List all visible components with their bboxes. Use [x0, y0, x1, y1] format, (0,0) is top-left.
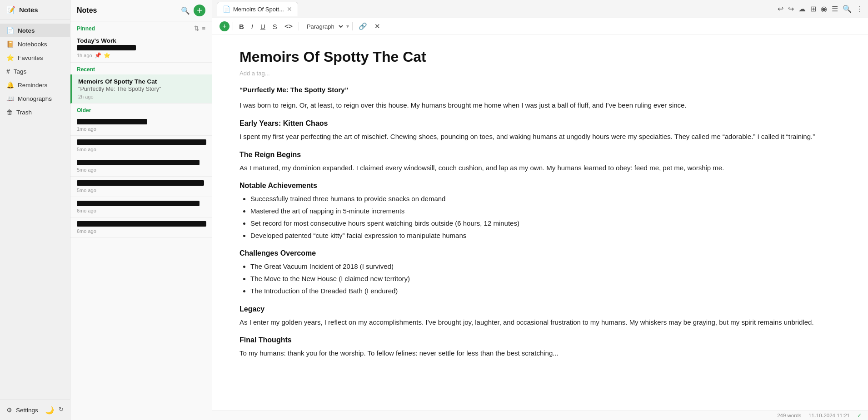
top-bar-right: ↩ ↪ ☁ ⊞ ◉ ☰ 🔍 ⋮ [778, 5, 863, 13]
link-button[interactable]: 🔗 [356, 21, 370, 32]
toolbar-divider-1 [233, 22, 233, 30]
sort-icon[interactable]: ⇅ [194, 25, 199, 32]
search-button[interactable]: 🔍 [843, 5, 852, 13]
achievement-2: Mastered the art of napping in 5-minute … [250, 206, 841, 217]
sidebar-label-monographs: Monographs [18, 95, 52, 102]
older-note-3-meta: 5mo ago [77, 167, 205, 173]
sync-icon[interactable]: ↻ [59, 406, 64, 415]
toolbar-add-button[interactable]: + [219, 21, 229, 31]
notes-icon: 📄 [6, 27, 14, 34]
section-heading-4: Challenges Overcome [239, 249, 841, 257]
columns-button[interactable]: ⊞ [810, 5, 816, 13]
older-note-1[interactable]: 1mo ago [70, 115, 212, 136]
search-notes-button[interactable]: 🔍 [181, 6, 190, 15]
sidebar-item-favorites[interactable]: ⭐ Favorites [0, 51, 70, 64]
list-button[interactable]: ☰ [832, 5, 838, 13]
more-button[interactable]: ⋮ [856, 5, 863, 13]
toolbar-divider-2 [299, 22, 299, 30]
older-note-1-meta: 1mo ago [77, 126, 205, 132]
section-heading-1: Early Years: Kitten Chaos [239, 119, 841, 128]
redo-button[interactable]: ↪ [788, 5, 794, 13]
achievements-list: Successfully trained three humans to pro… [250, 193, 841, 241]
note-list-header: Notes 🔍 + [70, 0, 212, 21]
sidebar-item-trash[interactable]: 🗑 Trash [0, 105, 70, 119]
app-title-label: Notes [19, 6, 38, 14]
achievement-1: Successfully trained three humans to pro… [250, 193, 841, 205]
older-note-1-bar [77, 119, 147, 124]
achievement-4: Developed patented “cute kitty” facial e… [250, 230, 841, 242]
achievement-3: Set record for most consecutive hours sp… [250, 218, 841, 229]
sidebar-item-monographs[interactable]: 📖 Monographs [0, 92, 70, 105]
tags-icon: # [6, 68, 10, 75]
pinned-note-item[interactable]: Today's Work 1h ago 📌 ⭐ [70, 34, 212, 63]
section-body-1: I spent my first year perfecting the art… [239, 131, 841, 143]
editor-content[interactable]: Memoirs Of Spotty The Cat Add a tag... “… [212, 35, 868, 410]
undo-button[interactable]: ↩ [778, 5, 783, 13]
active-tab[interactable]: 📄 Memoirs Of Spott... ✕ [217, 2, 298, 16]
older-note-5[interactable]: 6mo ago [70, 197, 212, 217]
italic-button[interactable]: I [249, 21, 256, 32]
new-note-button[interactable]: + [194, 5, 205, 16]
sidebar-label-notebooks: Notebooks [18, 41, 47, 48]
paragraph-select[interactable]: Paragraph Heading 1 Heading 2 Heading 3 [302, 22, 344, 31]
recent-note-title: Memoirs Of Spotty The Cat [78, 78, 205, 85]
clear-format-button[interactable]: ✕ [372, 21, 383, 32]
strikethrough-button[interactable]: S [270, 21, 280, 32]
tag-placeholder[interactable]: Add a tag... [239, 70, 841, 77]
older-note-2[interactable]: 5mo ago [70, 136, 212, 156]
notes-scroll-area: Pinned ⇅ ≡ Today's Work 1h ago 📌 ⭐ Recen… [70, 21, 212, 420]
pinned-note-title: Today's Work [77, 37, 205, 44]
settings-label: Settings [16, 407, 38, 414]
sidebar-item-tags[interactable]: # Tags [0, 64, 70, 78]
word-count: 249 words [777, 413, 801, 418]
older-note-6[interactable]: 6mo ago [70, 217, 212, 238]
sidebar-footer: ⚙ Settings 🌙 ↻ [0, 400, 70, 420]
sidebar-label-trash: Trash [16, 109, 32, 116]
view-icon[interactable]: ≡ [202, 25, 205, 32]
note-list-actions: 🔍 + [181, 5, 205, 16]
top-bar: 📄 Memoirs Of Spott... ✕ ↩ ↪ ☁ ⊞ ◉ ☰ 🔍 ⋮ [212, 0, 868, 18]
older-note-6-bar [77, 221, 206, 227]
sidebar-item-notebooks[interactable]: 📔 Notebooks [0, 37, 70, 51]
paragraph-dropdown-arrow: ▾ [346, 23, 349, 30]
cloud-button[interactable]: ☁ [798, 5, 806, 13]
bold-button[interactable]: B [236, 21, 247, 32]
tab-close-button[interactable]: ✕ [287, 6, 292, 12]
pinned-note-meta: 1h ago 📌 ⭐ [77, 52, 205, 59]
document-title: Memoirs Of Spotty The Cat [239, 49, 841, 65]
older-note-5-bar [77, 201, 200, 206]
challenge-1: The Great Vacuum Incident of 2018 (I sur… [250, 261, 841, 272]
recent-note-preview: "Purrfectly Me: The Spotty Story" [78, 86, 205, 92]
star-icon: ⭐ [104, 52, 110, 59]
trash-icon: 🗑 [6, 109, 13, 116]
section-heading-5: Legacy [239, 305, 841, 313]
reminders-icon: 🔔 [6, 81, 14, 89]
recent-section-label: Recent [70, 63, 212, 74]
section-body-5: As I enter my golden years, I reflect on… [239, 317, 841, 328]
opening-quote: “Purrfectly Me: The Spotty Story” [239, 86, 841, 94]
sidebar: 📝 Notes 📄 Notes 📔 Notebooks ⭐ Favorites … [0, 0, 70, 420]
settings-item[interactable]: ⚙ Settings [6, 405, 38, 415]
sidebar-item-reminders[interactable]: 🔔 Reminders [0, 78, 70, 92]
status-bar: 249 words 11-10-2024 11:21 ✓ [212, 410, 868, 420]
editor-area: 📄 Memoirs Of Spott... ✕ ↩ ↪ ☁ ⊞ ◉ ☰ 🔍 ⋮ … [212, 0, 868, 420]
pinned-note-preview-bar [77, 45, 136, 50]
older-note-5-meta: 6mo ago [77, 208, 205, 213]
intro-paragraph: I was born to reign. Or, at least, to re… [239, 100, 841, 111]
timestamp: 11-10-2024 11:21 [808, 413, 850, 418]
underline-button[interactable]: U [258, 21, 268, 32]
sidebar-label-notes: Notes [18, 27, 35, 34]
sidebar-item-notes[interactable]: 📄 Notes [0, 24, 70, 37]
focus-button[interactable]: ◉ [821, 5, 827, 13]
older-note-3[interactable]: 5mo ago [70, 156, 212, 177]
older-note-4-meta: 5mo ago [77, 188, 205, 193]
sidebar-label-reminders: Reminders [18, 82, 47, 89]
app-title-bar: 📝 Notes [0, 0, 70, 20]
older-note-4[interactable]: 5mo ago [70, 177, 212, 197]
tab-doc-icon: 📄 [223, 5, 230, 13]
older-note-4-bar [77, 180, 204, 186]
code-button[interactable]: <> [282, 21, 295, 32]
moon-icon[interactable]: 🌙 [45, 406, 54, 415]
pin-icon: 📌 [95, 52, 101, 59]
recent-note-item[interactable]: Memoirs Of Spotty The Cat "Purrfectly Me… [70, 74, 212, 104]
